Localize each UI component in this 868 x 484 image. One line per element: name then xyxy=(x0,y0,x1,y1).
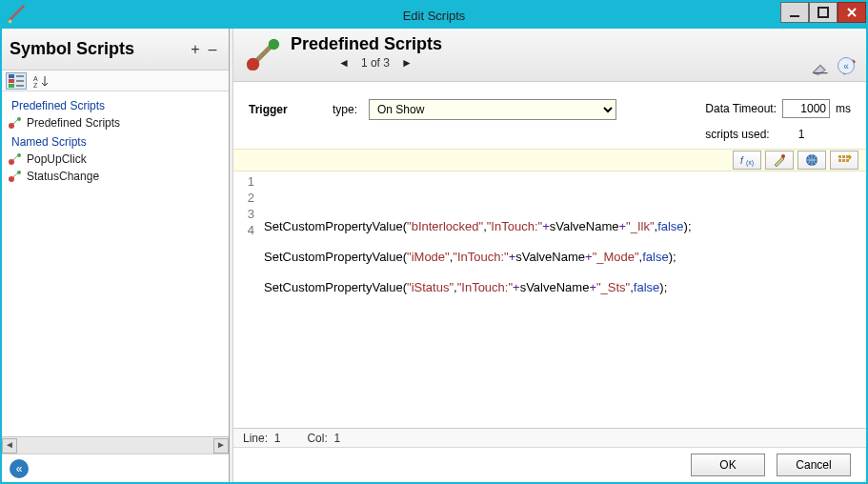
left-toolbar: AZ xyxy=(2,71,229,91)
status-line-label: Line: xyxy=(243,432,268,445)
scroll-right-icon[interactable]: ► xyxy=(213,438,229,454)
minimize-button[interactable] xyxy=(780,2,809,23)
svg-point-15 xyxy=(9,176,14,182)
tree-group-named: Named Scripts xyxy=(2,131,229,151)
tree-item-label: StatusChange xyxy=(27,170,99,183)
status-col: 1 xyxy=(333,432,340,445)
maximize-button[interactable] xyxy=(809,2,838,23)
svg-rect-8 xyxy=(16,85,24,87)
svg-rect-28 xyxy=(842,159,845,162)
tree-group-predefined: Predefined Scripts xyxy=(2,95,229,114)
line-gutter: 1234 xyxy=(233,171,260,428)
svg-point-22 xyxy=(781,154,785,158)
pager-text: 1 of 3 xyxy=(361,56,390,70)
dialog-button-row: OK Cancel xyxy=(233,448,866,482)
svg-rect-25 xyxy=(842,155,845,158)
remove-script-button[interactable]: – xyxy=(204,41,221,58)
svg-rect-29 xyxy=(846,159,849,162)
scrollbar-track[interactable] xyxy=(17,438,213,454)
scroll-left-icon[interactable]: ◄ xyxy=(2,438,17,454)
scripts-used-value: 1 xyxy=(798,128,805,141)
data-timeout-label: Data Timeout: xyxy=(705,102,777,115)
collapse-header-button[interactable]: « xyxy=(838,57,855,74)
status-line: 1 xyxy=(274,432,281,445)
code-content[interactable]: SetCustomPropertyValue("bInterlocked","I… xyxy=(260,171,866,428)
right-panel-title: Predefined Scripts xyxy=(291,34,442,54)
svg-text:A: A xyxy=(33,75,38,82)
trigger-type-select[interactable]: On Show xyxy=(369,99,616,120)
ok-button[interactable]: OK xyxy=(691,454,765,476)
window-frame: Edit Scripts Symbol Scripts + – AZ xyxy=(0,0,868,484)
svg-point-11 xyxy=(9,123,14,129)
svg-point-17 xyxy=(247,58,259,71)
data-timeout-unit: ms xyxy=(836,102,851,115)
pager: ◄ 1 of 3 ► xyxy=(291,56,442,70)
code-editor[interactable]: 1234 SetCustomPropertyValue("bInterlocke… xyxy=(233,171,866,428)
svg-rect-2 xyxy=(818,8,828,17)
right-header: Predefined Scripts ◄ 1 of 3 ► « xyxy=(233,29,866,82)
svg-rect-4 xyxy=(9,79,14,83)
left-panel-title: Symbol Scripts xyxy=(10,39,187,59)
close-button[interactable] xyxy=(838,2,866,23)
eraser-icon[interactable] xyxy=(811,58,830,75)
predefined-scripts-icon xyxy=(243,34,283,74)
status-col-label: Col: xyxy=(307,432,327,445)
svg-point-16 xyxy=(17,171,21,174)
svg-text:Z: Z xyxy=(33,82,38,88)
tree-item-label: Predefined Scripts xyxy=(27,116,120,130)
left-header: Symbol Scripts + – xyxy=(2,29,229,71)
window-buttons xyxy=(780,2,866,23)
type-label: type: xyxy=(333,103,357,116)
script-tree: Predefined Scripts Predefined Scripts Na… xyxy=(2,91,229,436)
app-icon xyxy=(6,5,27,26)
svg-point-13 xyxy=(9,159,14,165)
svg-point-18 xyxy=(269,39,279,50)
svg-rect-6 xyxy=(16,75,24,77)
tree-item-label: PopUpClick xyxy=(27,152,87,166)
statusbar: Line: 1 Col: 1 xyxy=(233,428,866,447)
left-footer: « xyxy=(2,454,229,482)
tree-item-predefined-scripts[interactable]: Predefined Scripts xyxy=(2,114,229,131)
svg-rect-24 xyxy=(838,155,841,158)
fx-button[interactable]: f(x) xyxy=(733,151,761,170)
svg-rect-7 xyxy=(16,80,24,82)
script-icon xyxy=(8,170,23,183)
window-title: Edit Scripts xyxy=(2,9,866,23)
svg-point-0 xyxy=(9,20,12,24)
palette-button[interactable] xyxy=(765,151,794,170)
right-panel: Predefined Scripts ◄ 1 of 3 ► « Trigger … xyxy=(233,29,866,482)
titlebar: Edit Scripts xyxy=(2,2,866,29)
add-script-button[interactable]: + xyxy=(187,41,204,58)
svg-rect-3 xyxy=(9,74,14,78)
svg-rect-5 xyxy=(9,84,14,88)
svg-rect-27 xyxy=(838,159,841,162)
h-scrollbar[interactable]: ◄ ► xyxy=(2,436,229,454)
cancel-button[interactable]: Cancel xyxy=(777,454,851,476)
keypad-button[interactable] xyxy=(830,151,858,170)
globe-button[interactable] xyxy=(797,151,826,170)
parameter-area: Trigger type: On Show Data Timeout: ms s… xyxy=(233,82,866,149)
scripts-used-label: scripts used: xyxy=(705,128,769,141)
svg-text:f: f xyxy=(740,155,744,166)
svg-rect-19 xyxy=(814,72,828,73)
data-timeout-input[interactable] xyxy=(782,99,830,118)
collapse-panel-button[interactable]: « xyxy=(10,459,29,478)
pager-next-button[interactable]: ► xyxy=(401,56,413,70)
script-icon xyxy=(8,152,23,166)
view-list-icon[interactable] xyxy=(6,72,27,90)
svg-point-14 xyxy=(17,153,21,157)
editor-toolbar: f(x) xyxy=(233,149,866,171)
pager-prev-button[interactable]: ◄ xyxy=(338,56,350,70)
tree-item-statuschange[interactable]: StatusChange xyxy=(2,168,229,185)
svg-rect-26 xyxy=(846,155,849,158)
svg-point-12 xyxy=(17,117,21,121)
trigger-label: Trigger xyxy=(249,99,306,116)
script-icon xyxy=(8,116,23,130)
sort-icon[interactable]: AZ xyxy=(30,72,51,90)
tree-item-popupclick[interactable]: PopUpClick xyxy=(2,151,229,168)
svg-rect-1 xyxy=(790,15,799,17)
svg-text:(x): (x) xyxy=(746,159,754,167)
left-panel: Symbol Scripts + – AZ Predefined Scripts… xyxy=(2,29,229,482)
